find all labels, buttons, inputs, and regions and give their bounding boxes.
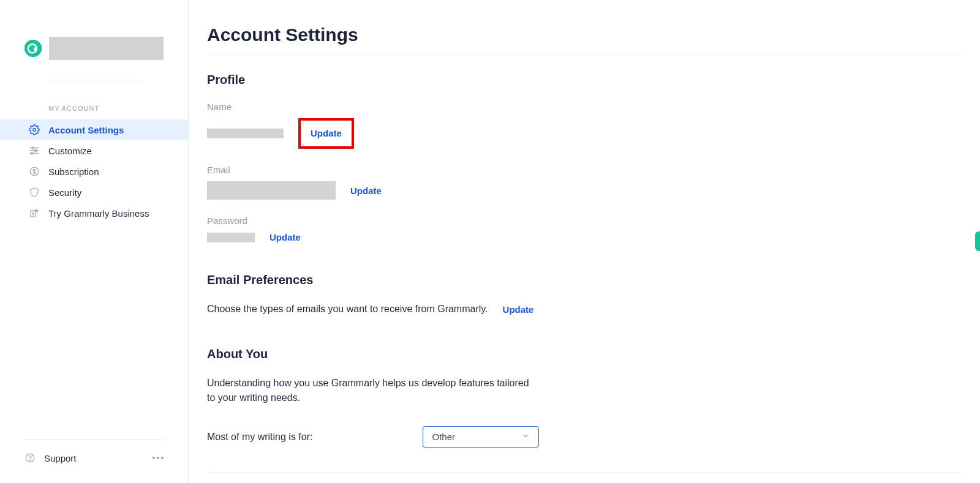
building-star-icon bbox=[29, 208, 40, 219]
about-section-title: About You bbox=[207, 347, 962, 361]
sidebar: MY ACCOUNT Account Settings Customize bbox=[0, 0, 189, 483]
about-description: Understanding how you use Grammarly help… bbox=[207, 376, 538, 405]
update-name-highlight: Update bbox=[298, 118, 354, 149]
update-email-prefs-link[interactable]: Update bbox=[503, 304, 534, 315]
svg-point-14 bbox=[29, 460, 30, 460]
user-name-redacted bbox=[49, 37, 164, 60]
update-password-link[interactable]: Update bbox=[270, 232, 301, 242]
nav-heading: MY ACCOUNT bbox=[0, 105, 188, 112]
dropdown-value: Other bbox=[432, 432, 455, 442]
svg-point-5 bbox=[35, 150, 37, 152]
gear-icon bbox=[29, 124, 40, 135]
page-title: Account Settings bbox=[207, 24, 962, 45]
shield-icon bbox=[29, 187, 40, 198]
sidebar-item-customize[interactable]: Customize bbox=[0, 140, 188, 161]
name-field: Name Update bbox=[207, 102, 962, 149]
sidebar-item-subscription[interactable]: Subscription bbox=[0, 161, 188, 182]
name-value-redacted bbox=[207, 129, 284, 138]
sliders-icon bbox=[29, 145, 40, 156]
sidebar-header bbox=[0, 0, 188, 81]
sidebar-item-label: Customize bbox=[48, 146, 92, 156]
svg-point-7 bbox=[31, 152, 33, 154]
email-value-redacted bbox=[207, 181, 336, 200]
password-label: Password bbox=[207, 215, 962, 226]
help-circle-icon bbox=[24, 452, 36, 463]
email-label: Email bbox=[207, 165, 962, 175]
email-field: Email Update bbox=[207, 165, 962, 200]
sidebar-item-label: Try Grammarly Business bbox=[48, 208, 149, 219]
dollar-circle-icon bbox=[29, 166, 40, 177]
password-field: Password Update bbox=[207, 215, 962, 242]
svg-point-0 bbox=[24, 40, 42, 57]
sidebar-item-security[interactable]: Security bbox=[0, 182, 188, 203]
grammarly-logo-icon bbox=[24, 40, 42, 57]
email-prefs-section-title: Email Preferences bbox=[207, 273, 962, 287]
more-icon[interactable] bbox=[153, 457, 164, 459]
writing-purpose-label: Most of my writing is for: bbox=[207, 430, 312, 444]
password-value-redacted bbox=[207, 233, 255, 242]
divider bbox=[207, 472, 962, 473]
main-content: Account Settings Profile Name Update Ema… bbox=[189, 0, 980, 483]
support-link[interactable]: Support bbox=[24, 452, 164, 463]
sidebar-item-try-business[interactable]: Try Grammarly Business bbox=[0, 203, 188, 223]
logo-row bbox=[24, 37, 164, 60]
update-name-link[interactable]: Update bbox=[311, 128, 342, 138]
sidebar-nav: MY ACCOUNT Account Settings Customize bbox=[0, 105, 188, 223]
sidebar-footer: Support bbox=[0, 440, 188, 483]
email-prefs-description: Choose the types of emails you want to r… bbox=[207, 302, 488, 316]
divider bbox=[24, 440, 164, 440]
writing-purpose-dropdown[interactable]: Other bbox=[423, 426, 539, 447]
writing-purpose-row: Most of my writing is for: Other bbox=[207, 426, 962, 447]
divider bbox=[207, 54, 962, 54]
sidebar-item-label: Security bbox=[48, 187, 81, 198]
divider bbox=[49, 81, 139, 81]
svg-point-1 bbox=[33, 129, 36, 132]
email-prefs-row: Choose the types of emails you want to r… bbox=[207, 302, 962, 316]
floating-feedback-tab[interactable] bbox=[975, 231, 980, 251]
support-label: Support bbox=[44, 453, 77, 463]
chevron-down-icon bbox=[521, 432, 530, 442]
sidebar-item-account-settings[interactable]: Account Settings bbox=[0, 119, 188, 140]
svg-point-3 bbox=[32, 147, 34, 149]
profile-section-title: Profile bbox=[207, 73, 962, 87]
name-label: Name bbox=[207, 102, 962, 112]
update-email-link[interactable]: Update bbox=[350, 185, 382, 196]
sidebar-item-label: Account Settings bbox=[48, 125, 124, 135]
sidebar-item-label: Subscription bbox=[48, 167, 99, 177]
